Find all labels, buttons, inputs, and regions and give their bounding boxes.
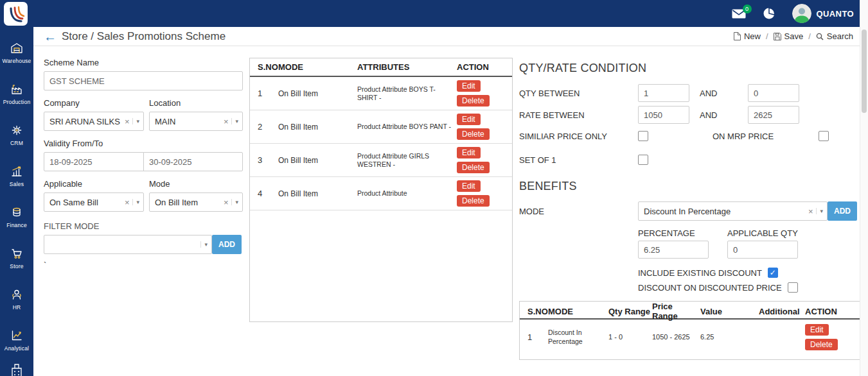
action-separator: / [766,31,768,41]
delete-button[interactable]: Delete [457,95,490,107]
table-row: 3 On Bill Item Product Attribute GIRLS W… [250,144,512,177]
benefits-table: S.NO MODE Qty Range Price Range Value Ad… [519,301,861,360]
filter-mode-select[interactable]: ▾ [44,235,212,254]
sales-chart-icon [10,165,23,178]
messages-button[interactable]: 0 [732,9,746,19]
sidebar-item-warehouse[interactable]: Warehouse [0,32,33,73]
warehouse-icon [10,42,23,55]
stray-character: ` [44,261,243,270]
sidebar-item-finance[interactable]: Finance [0,196,33,237]
validity-from-input[interactable] [44,152,144,171]
new-button[interactable]: New [734,31,761,41]
company-select[interactable]: SRI ARUNA SILKS × ▾ [44,112,144,131]
sidebar-item-hr[interactable]: HR [0,278,33,320]
clear-icon[interactable]: × [125,117,130,126]
save-button[interactable]: Save [774,31,804,41]
delete-button[interactable]: Delete [805,339,838,350]
sidebar-item-label: Analytical [4,345,29,352]
qty-from-input[interactable] [638,84,689,102]
avatar [792,4,811,23]
rate-to-input[interactable] [748,106,799,124]
reports-button[interactable] [763,7,775,20]
edit-button[interactable]: Edit [457,180,481,192]
message-count-badge: 0 [743,4,752,13]
gear-icon [10,124,23,137]
topbar: 0 QUANTO [0,0,868,27]
similar-price-checkbox[interactable] [638,131,648,141]
on-mrp-checkbox[interactable] [819,131,829,141]
clear-icon[interactable]: × [808,207,813,216]
edit-button[interactable]: Edit [457,147,481,158]
scheme-name-label: Scheme Name [44,58,243,67]
row-price-range: 1050 - 2625 [652,333,700,341]
scrollbar-thumb[interactable] [862,30,867,113]
caret-down-icon: ▾ [231,199,238,205]
sidebar-item-label: Sales [10,181,24,187]
edit-button[interactable]: Edit [805,324,829,336]
app-logo[interactable] [4,2,28,26]
delete-button[interactable]: Delete [457,162,490,173]
col-action: ACTION [457,62,512,72]
row-mode: Discount In Percentage [548,328,608,346]
benefit-add-button[interactable]: ADD [828,201,857,221]
row-mode: On Bill Item [278,156,357,165]
validity-to-input[interactable] [143,152,243,171]
sidebar-item-crm[interactable]: CRM [0,114,33,155]
rate-from-input[interactable] [638,106,689,124]
sidebar-item-partial[interactable] [0,361,33,376]
sidebar-item-analytical[interactable]: Analytical [0,320,33,361]
save-floppy-icon [774,33,781,40]
mode-select[interactable]: On Bill Item × ▾ [149,192,243,212]
edit-button[interactable]: Edit [457,80,481,92]
benefit-mode-select[interactable]: Discount In Percentage × ▾ [638,201,828,221]
brand-name: QUANTO [817,9,855,19]
clear-icon[interactable]: × [224,198,229,207]
include-existing-discount-checkbox[interactable]: ✓ [768,268,778,278]
page-header: ← Store / Sales Promotions Scheme New / … [33,27,860,46]
col-action: ACTION [805,307,860,316]
clear-icon[interactable]: × [125,198,130,207]
delete-button[interactable]: Delete [457,128,490,140]
company-value: SRI ARUNA SILKS [49,117,121,126]
col-additional: Additional [759,307,805,316]
search-label: Search [827,31,853,41]
row-attributes: Product Attribute [357,189,457,198]
row-sno: 1 [250,89,278,98]
col-qty-range: Qty Range [608,307,652,316]
person-icon [10,288,23,301]
save-label: Save [784,31,804,41]
sidebar-item-store[interactable]: Store [0,237,33,278]
applicable-select[interactable]: On Same Bill × ▾ [44,192,144,212]
user-menu[interactable]: QUANTO [792,4,855,23]
delete-button[interactable]: Delete [457,195,490,207]
percentage-input[interactable] [638,241,709,259]
table-row: 2 On Bill Item Product Attribute BOYS PA… [250,110,512,144]
filter-mode-add-button[interactable]: ADD [212,235,242,254]
location-select[interactable]: MAIN × ▾ [149,112,243,131]
cart-icon [10,247,23,260]
set-of-checkbox[interactable] [638,155,648,165]
scheme-name-input[interactable] [44,71,243,90]
edit-button[interactable]: Edit [457,114,481,125]
back-arrow-icon[interactable]: ← [44,30,57,43]
col-mode: MODE [278,62,357,72]
applicable-label: Applicable [44,179,149,189]
sidebar-item-production[interactable]: Production [0,73,33,114]
qty-to-input[interactable] [748,84,799,102]
sidebar-item-label: Store [10,263,23,269]
applicable-qty-input[interactable] [727,241,798,259]
search-button[interactable]: Search [816,31,853,41]
coins-icon [10,206,23,219]
clear-icon[interactable]: × [224,117,229,126]
main-content: Scheme Name Company Location SRI ARUNA S… [33,46,860,376]
sidebar-item-sales[interactable]: Sales [0,155,33,196]
col-price-range: Price Range [652,302,700,321]
discount-on-discounted-checkbox[interactable] [788,282,798,293]
qty-between-label: QTY BETWEEN [519,89,638,98]
row-attributes: Product Attribute BOYS T-SHIRT - [357,85,457,102]
caret-down-icon: ▾ [816,208,823,214]
analytics-icon [10,329,23,342]
and-label: AND [700,89,748,98]
row-mode: On Bill Item [278,189,357,198]
row-sno: 3 [250,155,278,165]
